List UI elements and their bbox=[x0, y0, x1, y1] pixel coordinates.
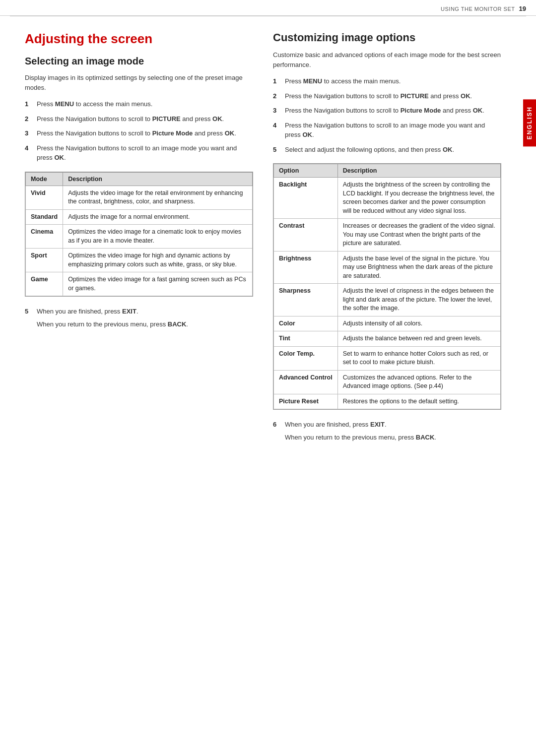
table-row: Vivid Adjusts the video image for the re… bbox=[26, 186, 253, 209]
option-sharpness-desc: Adjusts the level of crispness in the ed… bbox=[337, 284, 500, 316]
table-row: Contrast Increases or decreases the grad… bbox=[274, 219, 501, 252]
selecting-image-mode-title: Selecting an image mode bbox=[25, 56, 253, 67]
table-row: Cinema Optimizes the video image for a c… bbox=[26, 225, 253, 249]
mode-game: Game bbox=[26, 272, 63, 296]
table-row: Tint Adjusts the balance between red and… bbox=[274, 331, 501, 347]
table-row: Standard Adjusts the image for a normal … bbox=[26, 209, 253, 225]
option-picture-reset-desc: Restores the options to the default sett… bbox=[337, 394, 500, 409]
left-footer: 5 When you are finished, press EXIT. Whe… bbox=[25, 307, 253, 329]
image-options-table: Option Description Backlight Adjusts the… bbox=[273, 163, 501, 410]
left-step-5-sub: When you return to the previous menu, pr… bbox=[25, 319, 253, 329]
left-column: Adjusting the screen Selecting an image … bbox=[25, 31, 253, 442]
mode-vivid: Vivid bbox=[26, 186, 63, 209]
page-number: 19 bbox=[519, 5, 526, 12]
option-backlight-desc: Adjusts the brightness of the screen by … bbox=[337, 178, 500, 219]
mode-sport: Sport bbox=[26, 249, 63, 272]
option-brightness: Brightness bbox=[274, 251, 338, 284]
table-row: Picture Reset Restores the options to th… bbox=[274, 394, 501, 409]
table-col-mode: Mode bbox=[26, 172, 63, 186]
table-row: Backlight Adjusts the brightness of the … bbox=[274, 178, 501, 219]
option-tint-desc: Adjusts the balance between red and gree… bbox=[337, 331, 500, 347]
left-steps-list: 1 Press MENU to access the main menus. 2… bbox=[25, 99, 253, 163]
left-step-3: 3 Press the Navigation buttons to scroll… bbox=[25, 128, 253, 138]
right-intro-text: Customize basic and advanced options of … bbox=[273, 50, 501, 69]
table-row: Brightness Adjusts the base level of the… bbox=[274, 251, 501, 284]
left-step-5: 5 When you are finished, press EXIT. bbox=[25, 307, 253, 316]
page-header: USING THE MONITOR SET 19 bbox=[0, 0, 536, 16]
mode-standard-desc: Adjusts the image for a normal environme… bbox=[63, 209, 253, 225]
english-language-tab: ENGLISH bbox=[523, 99, 536, 146]
mode-cinema: Cinema bbox=[26, 225, 63, 249]
right-step-5: 5 Select and adjust the following option… bbox=[273, 145, 501, 155]
mode-sport-desc: Optimizes the video image for high and d… bbox=[63, 249, 253, 272]
table-col-description: Description bbox=[337, 164, 500, 178]
right-steps-list: 1 Press MENU to access the main menus. 2… bbox=[273, 76, 501, 154]
option-contrast: Contrast bbox=[274, 219, 338, 252]
main-content: Adjusting the screen Selecting an image … bbox=[0, 16, 536, 457]
option-color-desc: Adjusts intensity of all colors. bbox=[337, 316, 500, 331]
adjusting-screen-title: Adjusting the screen bbox=[25, 31, 253, 47]
image-mode-table: Mode Description Vivid Adjusts the video… bbox=[25, 172, 253, 297]
mode-game-desc: Optimizes the video image for a fast gam… bbox=[63, 272, 253, 296]
option-color: Color bbox=[274, 316, 338, 331]
right-step-2: 2 Press the Navigation buttons to scroll… bbox=[273, 91, 501, 101]
option-sharpness: Sharpness bbox=[274, 284, 338, 316]
option-brightness-desc: Adjusts the base level of the signal in … bbox=[337, 251, 500, 284]
mode-cinema-desc: Optimizes the video image for a cinemati… bbox=[63, 225, 253, 249]
right-footer: 6 When you are finished, press EXIT. Whe… bbox=[273, 420, 501, 442]
mode-vivid-desc: Adjusts the video image for the retail e… bbox=[63, 186, 253, 209]
right-step-6-sub: When you return to the previous menu, pr… bbox=[273, 433, 501, 442]
table-row: Advanced Control Customizes the advanced… bbox=[274, 370, 501, 394]
option-backlight: Backlight bbox=[274, 178, 338, 219]
option-color-temp: Color Temp. bbox=[274, 346, 338, 370]
right-column: Customizing image options Customize basi… bbox=[273, 31, 501, 442]
header-label: USING THE MONITOR SET bbox=[441, 6, 515, 12]
table-row: Game Optimizes the video image for a fas… bbox=[26, 272, 253, 296]
option-tint: Tint bbox=[274, 331, 338, 347]
option-color-temp-desc: Set to warm to enhance hotter Colors suc… bbox=[337, 346, 500, 370]
left-step-1: 1 Press MENU to access the main menus. bbox=[25, 99, 253, 109]
option-contrast-desc: Increases or decreases the gradient of t… bbox=[337, 219, 500, 252]
right-step-6: 6 When you are finished, press EXIT. bbox=[273, 420, 501, 430]
table-row: Sport Optimizes the video image for high… bbox=[26, 249, 253, 272]
option-picture-reset: Picture Reset bbox=[274, 394, 338, 409]
option-advanced-control-desc: Customizes the advanced options. Refer t… bbox=[337, 370, 500, 394]
table-col-option: Option bbox=[274, 164, 338, 178]
right-step-3: 3 Press the Navigation buttons to scroll… bbox=[273, 106, 501, 116]
table-row: Color Temp. Set to warm to enhance hotte… bbox=[274, 346, 501, 370]
left-step-2: 2 Press the Navigation buttons to scroll… bbox=[25, 114, 253, 124]
option-advanced-control: Advanced Control bbox=[274, 370, 338, 394]
table-col-description: Description bbox=[63, 172, 253, 186]
table-row: Color Adjusts intensity of all colors. bbox=[274, 316, 501, 331]
table-row: Sharpness Adjusts the level of crispness… bbox=[274, 284, 501, 316]
right-step-1: 1 Press MENU to access the main menus. bbox=[273, 76, 501, 86]
customizing-image-options-title: Customizing image options bbox=[273, 31, 501, 44]
mode-standard: Standard bbox=[26, 209, 63, 225]
left-intro-text: Display images in its optimized settings… bbox=[25, 73, 253, 92]
left-step-4: 4 Press the Navigation buttons to scroll… bbox=[25, 143, 253, 163]
right-step-4: 4 Press the Navigation buttons to scroll… bbox=[273, 121, 501, 140]
